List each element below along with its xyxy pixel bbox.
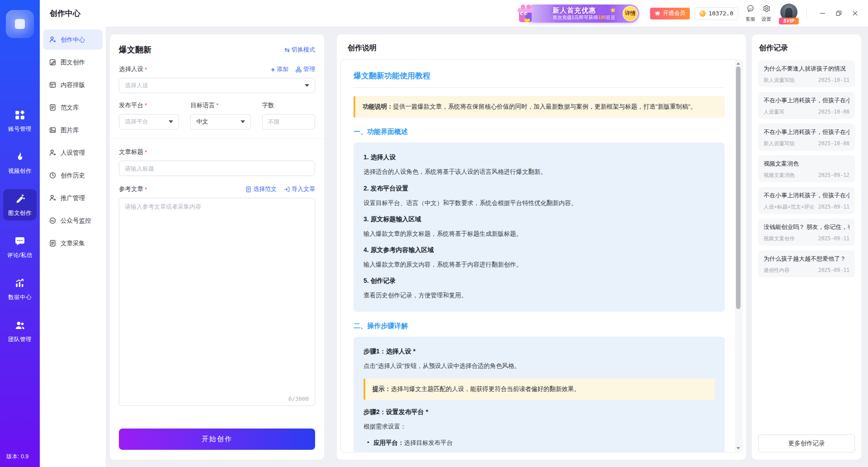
- rail-item-label: 团队管理: [8, 336, 32, 343]
- section1-item-title: 3. 原文标题输入区域: [363, 215, 715, 224]
- nav-item-label: 人设管理: [61, 149, 85, 157]
- nav-item-article-collection[interactable]: 文章采集: [43, 233, 103, 253]
- open-vip-button[interactable]: 开通会员: [650, 8, 690, 19]
- swap-icon: ⇆: [284, 47, 290, 53]
- scroll-down-icon[interactable]: [736, 447, 740, 449]
- section1-item-title: 1. 选择人设: [363, 153, 715, 162]
- section1-item-desc: 设置目标平台、语言（中文）和字数要求，系统会根据平台特性优化翻新内容。: [363, 199, 715, 208]
- article-title-input[interactable]: [119, 161, 315, 176]
- records-title: 创作记录: [759, 43, 854, 53]
- nav-item-content-layout[interactable]: 内容排版: [43, 75, 103, 95]
- section2-box: 步骤1：选择人设 * 点击"选择人设"按钮，从预设人设中选择合适的角色风格。 提…: [354, 337, 725, 452]
- scroll-up-icon[interactable]: [736, 62, 740, 65]
- nav-item-label: 文章采集: [61, 239, 85, 248]
- sitemap-icon: [296, 67, 302, 72]
- record-card[interactable]: 不在小事上消耗孩子，但孩子在小事 人设重写2025-10-08: [758, 92, 855, 119]
- guide-scrollbar[interactable]: [735, 60, 741, 452]
- section1-heading: 一、功能界面概述: [354, 128, 725, 136]
- nav-item-label: 创作历史: [61, 172, 85, 180]
- team-icon: [14, 319, 26, 333]
- rail-item-team[interactable]: 团队管理: [3, 315, 37, 347]
- support-chat-icon: [746, 4, 755, 15]
- maximize-button[interactable]: [832, 7, 845, 20]
- scrollbar-thumb[interactable]: [736, 67, 741, 309]
- record-title: 视频文案润色: [764, 160, 849, 168]
- import-article-link[interactable]: 导入文章: [284, 185, 315, 193]
- close-button[interactable]: [848, 7, 862, 20]
- step1-title: 步骤1：选择人设 *: [363, 348, 715, 356]
- rail-item-label: 评论/私信: [7, 252, 33, 259]
- persona-select[interactable]: 选择人设: [119, 78, 315, 93]
- nav-item-wechat-monitor[interactable]: 公众号监控: [43, 210, 103, 231]
- nav-item-label: 公众号监控: [61, 217, 91, 225]
- promo-detail-button[interactable]: 详情: [623, 6, 638, 21]
- flame-icon: [14, 151, 26, 165]
- section1-box: 1. 选择人设 选择适合的人设角色，系统将基于该人设的语言风格进行爆文翻新。 2…: [354, 143, 725, 311]
- rail-item-comments[interactable]: 评论/私信: [3, 231, 37, 262]
- import-icon: [284, 186, 290, 192]
- form-title: 爆文翻新: [119, 44, 151, 55]
- coin-balance[interactable]: 10372.0: [694, 7, 738, 20]
- open-vip-label: 开通会员: [663, 10, 685, 17]
- guide-panel: 创作说明 爆文翻新功能使用教程 功能说明：提供一篇爆款文章，系统将在保留核心价值…: [337, 34, 746, 460]
- nav-item-sample-library[interactable]: 范文库: [43, 97, 103, 118]
- record-card[interactable]: 不在小事上消耗孩子，但孩子在小事 新人设重写组2025-10-08: [758, 124, 855, 151]
- record-card[interactable]: 视频文案润色 视频文案润色2025-09-12: [758, 155, 855, 182]
- manage-persona-link[interactable]: 管理: [296, 65, 315, 73]
- section1-item-desc: 查看历史创作记录，方便管理和复用。: [363, 291, 715, 300]
- reference-textarea[interactable]: [119, 198, 315, 406]
- section1-item-desc: 输入爆款文章的原文标题，系统将基于标题生成新版标题。: [363, 229, 715, 238]
- section1-item-desc: 输入爆款文章的原文内容，系统将基于内容进行翻新创作。: [363, 260, 715, 269]
- step2-title: 步骤2：设置发布平台 *: [363, 408, 715, 416]
- settings-button[interactable]: 设置: [761, 4, 771, 23]
- record-card[interactable]: 不在小事上消耗孩子，但孩子在小事 人设+标题+范文+评论2025-09-11: [758, 187, 855, 214]
- required-mark: *: [145, 66, 147, 73]
- record-card[interactable]: 没钱能创业吗？ 朋友，你记住，有钱 视频文案创作2025-09-11: [758, 219, 855, 246]
- rail-item-data[interactable]: 数据中心: [3, 273, 37, 305]
- nav-item-article-creation[interactable]: 图文创作: [43, 52, 103, 72]
- record-date: 2025-10-08: [818, 109, 849, 115]
- minimize-button[interactable]: [816, 7, 829, 20]
- wordcount-input[interactable]: [262, 114, 315, 129]
- app-rail: 账号管理 视频创作 图文创作 评论/私信 数据中心 团队管理 版本: 0.9: [0, 0, 40, 467]
- coin-value: 10372.0: [708, 10, 733, 17]
- nav-item-image-library[interactable]: 图片库: [43, 120, 103, 140]
- select-sample-link[interactable]: 选择范文: [245, 185, 277, 193]
- add-persona-link[interactable]: +添加: [271, 65, 288, 73]
- platform-select[interactable]: 选择平台: [119, 114, 179, 129]
- section1-item-title: 4. 原文参考内容输入区域: [363, 246, 715, 254]
- user-avatar[interactable]: SVIP: [779, 4, 799, 24]
- chevron-down-icon: [241, 120, 245, 123]
- char-counter: 0/3000: [288, 396, 309, 402]
- rail-item-video[interactable]: 视频创作: [3, 147, 37, 178]
- record-date: 2025-09-11: [818, 267, 849, 274]
- start-creation-button[interactable]: 开始创作: [119, 429, 315, 450]
- nav-item-label: 创作中心: [61, 36, 85, 44]
- step2-bullets: 应用平台：选择目标发布平台 目标语言：中文（默认） 字数：设置内容长度或不限: [363, 439, 715, 452]
- article-title-label: 文章标题: [119, 148, 143, 156]
- record-card[interactable]: 为什么不要逢人就讲孩子的情况 新人设重写组2025-10-11: [758, 60, 855, 87]
- more-records-button[interactable]: 更多创作记录: [758, 434, 855, 453]
- language-select[interactable]: 中文: [190, 114, 250, 129]
- switch-mode-link[interactable]: ⇆ 切换模式: [284, 46, 315, 54]
- support-button[interactable]: 客服: [745, 4, 755, 23]
- record-date: 2025-10-11: [818, 77, 849, 84]
- nav-item-label: 图片库: [61, 126, 79, 134]
- chat-icon: [14, 235, 26, 249]
- nav-item-label: 推广管理: [61, 194, 85, 202]
- page-title: 创作中心: [50, 8, 80, 19]
- rail-item-account[interactable]: 账号管理: [3, 105, 37, 136]
- nav-item-persona-management[interactable]: 人设管理: [43, 143, 103, 163]
- grid-icon: [14, 109, 26, 123]
- clock-icon: [49, 172, 57, 179]
- record-card[interactable]: 为什么孩子越大越不想爱他了？（深 通俗性内容2025-09-11: [758, 250, 855, 277]
- topbar-divider: [806, 8, 807, 19]
- language-label: 目标语言*: [190, 101, 250, 110]
- nav-item-creation-history[interactable]: 创作历史: [43, 165, 103, 186]
- rail-item-article[interactable]: 图文创作: [3, 189, 37, 220]
- nav-item-promotion-management[interactable]: 推广管理: [43, 188, 103, 208]
- guide-content: 爆文翻新功能使用教程 功能说明：提供一篇爆款文章，系统将在保留核心价值的同时，加…: [341, 60, 735, 452]
- promo-banner[interactable]: 新人首充优惠 首次充值1元即可获得100豆豆 ★ 详情: [525, 5, 639, 23]
- step1-text: 点击"选择人设"按钮，从预设人设中选择合适的角色风格。: [363, 362, 715, 371]
- nav-item-creation-center[interactable]: 创作中心: [43, 29, 103, 50]
